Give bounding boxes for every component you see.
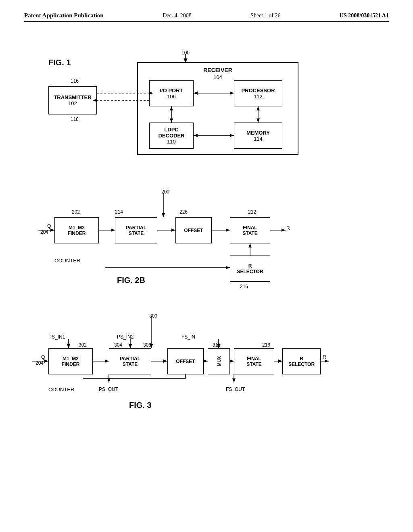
ref-200: 200 <box>161 189 169 195</box>
svg-marker-28 <box>282 229 286 232</box>
r-out-label: R <box>286 225 290 231</box>
svg-marker-18 <box>162 213 165 217</box>
fig2b-partial-state-box: PARTIAL STATE <box>115 217 157 243</box>
fig2b-m1m2-box: M1_M2 FINDER <box>54 217 99 243</box>
ref-214: 214 <box>115 209 123 215</box>
fig2b-final-state-box: FINAL STATE <box>230 217 270 243</box>
transmitter-box: TRANSMITTER 102 <box>48 86 97 114</box>
fig3-section: 300 PS_IN1 PS_IN2 FS_IN 302 304 306 310 … <box>24 312 389 421</box>
ioport-box: I/O PORT 106 <box>149 80 194 106</box>
ps-out: PS_OUT <box>99 387 118 392</box>
fig2b-label: FIG. 2B <box>117 276 145 285</box>
counter-label: COUNTER <box>54 258 80 264</box>
ref-216-2b: 216 <box>240 284 248 289</box>
fig2b-r-selector-box: R SELECTOR <box>230 256 270 282</box>
svg-marker-36 <box>67 344 70 348</box>
ref-304: 304 <box>114 342 122 348</box>
page: Patent Application Publication Dec. 4, 2… <box>0 0 413 532</box>
sheet-info: Sheet 1 of 26 <box>250 12 280 19</box>
fig1-section: FIG. 1 100 116 118 TRANSMITTER 102 RECEI… <box>24 38 389 167</box>
ref-204-q: Q <box>47 223 51 229</box>
ldpc-box: LDPC DECODER 110 <box>149 123 194 149</box>
ref-100: 100 <box>181 50 190 56</box>
fig1-label: FIG. 1 <box>48 58 71 67</box>
fig3-partial-state-box: PARTIAL STATE <box>109 348 151 374</box>
svg-marker-46 <box>204 360 208 363</box>
ref-118: 118 <box>71 116 79 122</box>
receiver-ref: 104 <box>213 74 222 80</box>
ref-226: 226 <box>179 209 188 215</box>
svg-marker-58 <box>232 378 236 382</box>
fig3-label: FIG. 3 <box>129 401 152 410</box>
fig3-offset-box: OFFSET <box>167 348 204 374</box>
publication-date: Dec. 4, 2008 <box>163 12 192 19</box>
fig3-final-state-box: FINAL STATE <box>234 348 274 374</box>
svg-marker-22 <box>111 229 115 232</box>
svg-marker-24 <box>171 229 175 232</box>
fig2b-offset-box: OFFSET <box>175 217 212 243</box>
svg-marker-20 <box>50 229 54 232</box>
svg-marker-52 <box>278 360 282 363</box>
svg-marker-32 <box>226 266 230 269</box>
publication-title: Patent Application Publication <box>24 12 104 19</box>
ref-116: 116 <box>71 78 79 84</box>
ps-in2: PS_IN2 <box>117 334 133 340</box>
fig2b-section: 200 202 Q 204 214 226 212 R M1_M2 FINDER… <box>24 187 389 292</box>
ref-216-3: 216 <box>262 342 270 348</box>
svg-marker-54 <box>325 360 329 363</box>
fs-in: FS_IN <box>181 334 195 340</box>
memory-box: MEMORY 114 <box>234 123 282 149</box>
fig2b-diagram: 200 202 Q 204 214 226 212 R M1_M2 FINDER… <box>24 187 389 292</box>
ref-310: 310 <box>213 342 221 348</box>
ref-302: 302 <box>79 342 87 348</box>
counter-label-3: COUNTER <box>48 387 74 393</box>
q-label-3: Q <box>41 354 45 360</box>
svg-marker-26 <box>226 229 230 232</box>
ref-202: 202 <box>72 209 80 215</box>
ref-204-3: 204 <box>35 360 44 366</box>
ref-306: 306 <box>143 342 151 348</box>
ps-in1: PS_IN1 <box>48 334 65 340</box>
page-header: Patent Application Publication Dec. 4, 2… <box>24 12 389 22</box>
svg-marker-44 <box>163 360 167 363</box>
r-label-3a: R <box>323 354 326 360</box>
processor-box: PROCESSOR 112 <box>234 80 282 106</box>
fig1-diagram: FIG. 1 100 116 118 TRANSMITTER 102 RECEI… <box>24 38 389 167</box>
svg-marker-40 <box>105 360 109 363</box>
patent-number: US 2008/0301521 A1 <box>340 12 389 19</box>
svg-marker-30 <box>248 243 252 247</box>
ref-212: 212 <box>248 209 256 215</box>
receiver-label: RECEIVER <box>203 67 232 73</box>
fig3-diagram: 300 PS_IN1 PS_IN2 FS_IN 302 304 306 310 … <box>24 312 389 421</box>
fig3-r-selector-box: R SELECTOR <box>282 348 321 374</box>
ref-204: 204 <box>40 229 48 235</box>
ref-300: 300 <box>149 313 157 319</box>
fig3-m1m2-box: M1_M2 FINDER <box>48 348 93 374</box>
fig3-mux-box: MUX <box>208 348 230 374</box>
svg-marker-38 <box>44 360 48 363</box>
svg-marker-42 <box>129 344 132 348</box>
svg-marker-56 <box>107 378 111 382</box>
fs-out: FS_OUT <box>226 387 245 392</box>
svg-marker-50 <box>230 360 234 363</box>
